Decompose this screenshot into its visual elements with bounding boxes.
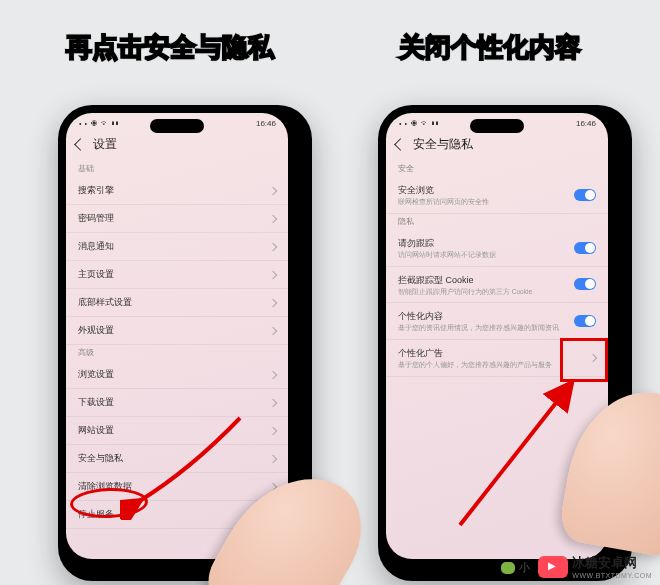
row-security-privacy[interactable]: 安全与隐私 — [66, 445, 288, 473]
wechat-icon — [501, 562, 515, 574]
status-icons: ◂ ▸ ⦿ ᯤ ▮▮ — [78, 119, 119, 128]
brand-logo-icon — [538, 556, 568, 578]
chevron-right-icon — [269, 398, 277, 406]
chevron-right-icon — [269, 298, 277, 306]
page-title: 安全与隐私 — [413, 136, 473, 153]
row-search-engine[interactable]: 搜索引擎 — [66, 177, 288, 205]
back-icon[interactable] — [394, 138, 407, 151]
chevron-right-icon — [269, 186, 277, 194]
row-do-not-track[interactable]: 请勿跟踪访问网站时请求网站不记录数据 — [386, 230, 608, 267]
caption-right: 关闭个性化内容 — [340, 30, 640, 65]
row-block-cookie[interactable]: 拦截跟踪型 Cookie智能阻止跟踪用户访问行为的第三方 Cookie — [386, 267, 608, 304]
toggle-cookie[interactable] — [574, 278, 596, 290]
brand-watermark: 冰糖安卓网 WWW.BTXTDMY.COM — [538, 554, 652, 579]
toggle-dnt[interactable] — [574, 242, 596, 254]
wechat-watermark: 小 — [501, 560, 530, 575]
row-download[interactable]: 下载设置 — [66, 389, 288, 417]
chevron-right-icon — [269, 454, 277, 462]
section-basic: 基础 — [66, 161, 288, 177]
row-homepage[interactable]: 主页设置 — [66, 261, 288, 289]
row-personalized-content[interactable]: 个性化内容基于您的资讯使用情况，为您推荐感兴趣的新闻资讯 — [386, 303, 608, 340]
screen-left: ◂ ▸ ⦿ ᯤ ▮▮ 16:46 设置 基础 搜索引擎 密码管理 消息通知 主页… — [66, 113, 288, 559]
row-clear-data[interactable]: 清除浏览数据 — [66, 473, 288, 501]
chevron-right-icon — [269, 270, 277, 278]
status-time: 16:46 — [256, 119, 276, 128]
row-personalized-ads[interactable]: 个性化广告基于您的个人偏好，为您推荐感兴趣的产品与服务 — [386, 340, 608, 377]
chevron-right-icon — [269, 426, 277, 434]
chevron-right-icon — [269, 242, 277, 250]
chevron-right-icon — [269, 214, 277, 222]
toggle-personalized-content[interactable] — [574, 315, 596, 327]
row-safe-browsing[interactable]: 安全浏览联网检查所访问网页的安全性 — [386, 177, 608, 214]
title-bar: 安全与隐私 — [386, 130, 608, 161]
section-advanced: 高级 — [66, 345, 288, 361]
row-password[interactable]: 密码管理 — [66, 205, 288, 233]
row-browse[interactable]: 浏览设置 — [66, 361, 288, 389]
back-icon[interactable] — [74, 138, 87, 151]
chevron-right-icon — [589, 354, 597, 362]
notch — [470, 119, 524, 133]
chevron-right-icon — [269, 370, 277, 378]
title-bar: 设置 — [66, 130, 288, 161]
section-safe: 安全 — [386, 161, 608, 177]
row-appearance[interactable]: 外观设置 — [66, 317, 288, 345]
row-bottom-style[interactable]: 底部样式设置 — [66, 289, 288, 317]
caption-left: 再点击安全与隐私 — [20, 30, 320, 65]
section-privacy: 隐私 — [386, 214, 608, 230]
notch — [150, 119, 204, 133]
row-notification[interactable]: 消息通知 — [66, 233, 288, 261]
page-title: 设置 — [93, 136, 117, 153]
chevron-right-icon — [269, 326, 277, 334]
status-icons: ◂ ▸ ⦿ ᯤ ▮▮ — [398, 119, 439, 128]
status-time: 16:46 — [576, 119, 596, 128]
toggle-safe-browsing[interactable] — [574, 189, 596, 201]
row-site[interactable]: 网站设置 — [66, 417, 288, 445]
